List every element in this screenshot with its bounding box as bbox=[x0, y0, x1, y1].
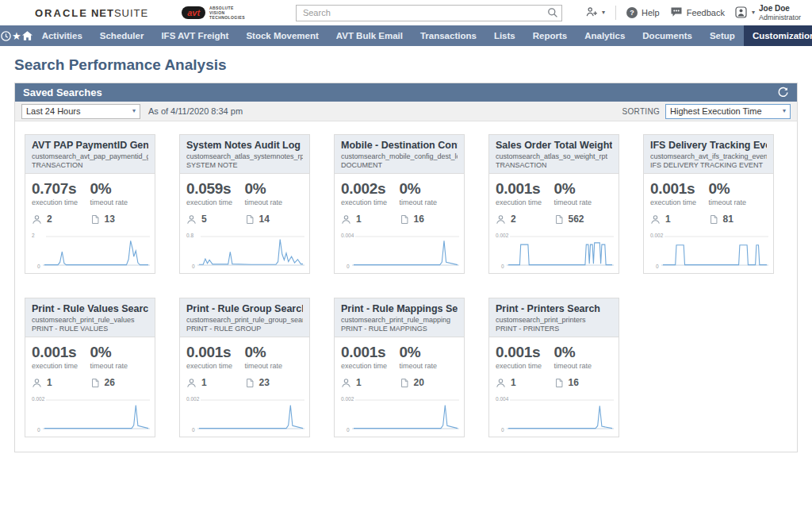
card-header: Print - Rule Values Search customsearch_… bbox=[25, 298, 155, 337]
page-count-icon bbox=[90, 214, 100, 225]
global-search-input[interactable] bbox=[296, 5, 562, 21]
saved-search-card[interactable]: Print - Rule Mappings Search customsearc… bbox=[334, 298, 465, 437]
timeout-rate-metric: 0% timeout rate bbox=[400, 344, 458, 370]
cards-grid: AVT PAP PaymentID Genera... customsearch… bbox=[15, 121, 797, 452]
saved-search-card[interactable]: Print - Rule Values Search customsearch_… bbox=[25, 298, 155, 437]
card-body: 0.059s execution time 0% timeout rate 5 … bbox=[180, 174, 309, 273]
refresh-button[interactable] bbox=[777, 87, 789, 98]
nav-item-avt-bulk-email[interactable]: AVT Bulk Email bbox=[327, 25, 412, 46]
nav-item-customization[interactable]: Customization bbox=[744, 25, 812, 46]
card-title: AVT PAP PaymentID Genera... bbox=[32, 140, 148, 151]
timeout-rate-label: timeout rate bbox=[554, 362, 613, 370]
user-menu[interactable]: ▾ Joe Doe Administrator bbox=[735, 4, 801, 21]
user-count-icon bbox=[341, 378, 351, 388]
timeout-rate-label: timeout rate bbox=[245, 198, 304, 206]
avt-company-logo: avt ABSOLUTE VISION TECHNOLOGIES bbox=[182, 6, 245, 21]
execution-time-sparkline: 0.004 0 bbox=[341, 230, 458, 270]
saved-search-card[interactable]: Sales Order Total Weight customsearch_at… bbox=[488, 134, 619, 274]
execution-time-value: 0.001s bbox=[32, 344, 90, 361]
saved-search-card[interactable]: AVT PAP PaymentID Genera... customsearch… bbox=[25, 134, 155, 274]
timeout-rate-value: 0% bbox=[90, 344, 149, 361]
oracle-logo-text: ORACLE bbox=[35, 7, 88, 19]
saved-search-card[interactable]: Print - Printers Search customsearch_pri… bbox=[488, 298, 619, 437]
panel-header: Saved Searches bbox=[15, 83, 797, 102]
nav-item-activities[interactable]: Activities bbox=[33, 25, 91, 46]
execution-time-value: 0.001s bbox=[496, 180, 554, 198]
timeout-rate-metric: 0% timeout rate bbox=[90, 180, 149, 206]
pages-count: 23 bbox=[245, 377, 304, 388]
user-count-icon bbox=[341, 214, 351, 225]
users-count-value: 5 bbox=[201, 214, 207, 225]
feedback-icon bbox=[670, 6, 683, 19]
nav-item-reports[interactable]: Reports bbox=[524, 25, 576, 46]
card-record-type: PRINT - RULE VALUES bbox=[32, 325, 148, 333]
card-counts: 2 562 bbox=[496, 214, 612, 225]
pages-count: 16 bbox=[554, 377, 613, 388]
page-title: Search Performance Analysis bbox=[14, 56, 812, 74]
sorting-dropdown[interactable]: Highest Execution Time ▾ bbox=[665, 104, 791, 119]
help-icon: ? bbox=[626, 7, 638, 18]
timeout-rate-label: timeout rate bbox=[400, 198, 458, 206]
timeout-rate-label: timeout rate bbox=[709, 198, 768, 206]
timeout-rate-metric: 0% timeout rate bbox=[554, 180, 613, 206]
home-button[interactable] bbox=[21, 25, 33, 46]
saved-search-card[interactable]: IFS Delivery Tracking Event ... customse… bbox=[643, 134, 774, 274]
page-count-icon bbox=[554, 214, 564, 225]
card-counts: 1 26 bbox=[32, 377, 148, 388]
execution-time-sparkline: 0.002 0 bbox=[650, 230, 767, 270]
users-count: 1 bbox=[186, 377, 245, 388]
star-icon: ★ bbox=[12, 31, 21, 41]
nav-item-scheduler[interactable]: Scheduler bbox=[91, 25, 153, 46]
card-title: IFS Delivery Tracking Event ... bbox=[650, 140, 767, 151]
sparkline-max-label: 0.004 bbox=[341, 233, 354, 238]
execution-time-metric: 0.001s execution time bbox=[496, 180, 554, 206]
create-new-menu[interactable]: ▾ bbox=[586, 6, 605, 19]
execution-time-value: 0.002s bbox=[341, 180, 400, 198]
search-icon[interactable] bbox=[547, 7, 558, 21]
nav-item-lists[interactable]: Lists bbox=[485, 25, 524, 46]
saved-search-card[interactable]: Print - Rule Group Search customsearch_p… bbox=[179, 298, 310, 437]
main-nav-bar: ★ ActivitiesSchedulerIFS AVT FreightStoc… bbox=[0, 25, 812, 46]
nav-item-setup[interactable]: Setup bbox=[701, 25, 744, 46]
nav-item-analytics[interactable]: Analytics bbox=[576, 25, 634, 46]
users-count: 1 bbox=[32, 377, 90, 388]
sparkline-max-label: 0.002 bbox=[186, 396, 199, 402]
user-count-icon bbox=[496, 214, 506, 225]
netsuite-logo-text-light: SUITE bbox=[114, 7, 148, 19]
card-counts: 1 16 bbox=[341, 214, 458, 225]
saved-search-card[interactable]: System Notes Audit Log customsearch_atla… bbox=[179, 134, 310, 274]
execution-time-sparkline: 0.002 0 bbox=[341, 394, 458, 433]
nav-item-transactions[interactable]: Transactions bbox=[412, 25, 485, 46]
period-dropdown[interactable]: Last 24 Hours ▾ bbox=[21, 104, 140, 119]
pages-count: 562 bbox=[554, 214, 613, 225]
sparkline-max-label: 2 bbox=[32, 233, 35, 238]
help-button[interactable]: ? Help bbox=[626, 7, 660, 18]
nav-item-ifs-avt-freight[interactable]: IFS AVT Freight bbox=[152, 25, 237, 46]
card-search-id: customsearch_print_printers bbox=[496, 316, 612, 324]
card-title: Print - Printers Search bbox=[496, 303, 612, 314]
sorting-group: SORTING Highest Execution Time ▾ bbox=[622, 104, 791, 119]
feedback-button[interactable]: Feedback bbox=[670, 6, 725, 19]
users-count: 5 bbox=[186, 214, 245, 225]
recent-records-button[interactable] bbox=[0, 25, 12, 46]
nav-item-stock-movement[interactable]: Stock Movement bbox=[237, 25, 327, 46]
card-header: Print - Rule Mappings Search customsearc… bbox=[335, 298, 464, 337]
card-body: 0.002s execution time 0% timeout rate 1 … bbox=[335, 174, 464, 273]
global-search bbox=[296, 5, 562, 21]
card-counts: 1 20 bbox=[341, 377, 458, 388]
saved-search-card[interactable]: Mobile - Destination Config ... customse… bbox=[334, 134, 465, 274]
shortcuts-button[interactable]: ★ bbox=[12, 25, 21, 46]
card-header: System Notes Audit Log customsearch_atla… bbox=[180, 135, 309, 174]
execution-time-value: 0.001s bbox=[496, 344, 554, 361]
card-title: System Notes Audit Log bbox=[186, 140, 303, 151]
pages-count: 20 bbox=[400, 377, 458, 388]
pages-count-value: 26 bbox=[105, 377, 115, 388]
card-search-id: customsearch_print_rule_values bbox=[32, 316, 148, 324]
card-body: 0.001s execution time 0% timeout rate 1 … bbox=[644, 174, 773, 273]
card-record-type: PRINT - RULE GROUP bbox=[186, 325, 303, 333]
nav-item-documents[interactable]: Documents bbox=[634, 25, 701, 46]
card-title: Print - Rule Values Search bbox=[32, 303, 148, 314]
card-counts: 2 13 bbox=[32, 214, 148, 225]
card-body: 0.001s execution time 0% timeout rate 1 … bbox=[335, 337, 464, 437]
pages-count-value: 16 bbox=[414, 214, 424, 225]
